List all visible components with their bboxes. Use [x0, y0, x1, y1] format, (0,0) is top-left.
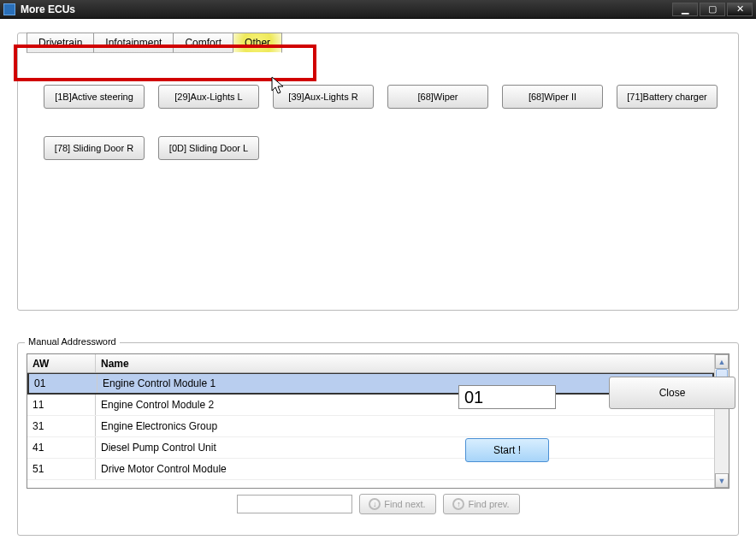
cell-aw: 31 [27, 416, 96, 436]
find-prev-button[interactable]: ↑ Find prev. [443, 494, 520, 514]
find-next-label: Find next. [384, 499, 425, 509]
minimize-button[interactable]: ▁ [672, 3, 698, 16]
tab-other[interactable]: Other [233, 33, 282, 53]
table-row[interactable]: 31 Engine Electronics Group [27, 416, 714, 437]
manual-addressword-group: Manual Addressword AW Name 01 Engine Con… [17, 342, 739, 536]
col-header-name[interactable]: Name [96, 358, 729, 370]
table-row[interactable]: 51 Drive Motor Control Module [27, 459, 714, 480]
app-window: More ECUs ▁ ▢ ✕ Drivetrain Infotainment … [0, 0, 756, 546]
ecu-aux-lights-r[interactable]: [39]Aux-Lights R [273, 85, 374, 109]
cell-name: Engine Electronics Group [96, 420, 714, 432]
content-area: Drivetrain Infotainment Comfort Other [1… [0, 19, 756, 546]
maximize-button[interactable]: ▢ [700, 3, 725, 16]
find-prev-label: Find prev. [468, 499, 509, 509]
start-button[interactable]: Start ! [465, 438, 549, 462]
tab-strip: Drivetrain Infotainment Comfort Other [27, 33, 281, 53]
tab-comfort[interactable]: Comfort [173, 33, 233, 53]
cell-name: Diesel Pump Control Unit [96, 442, 714, 454]
scroll-up-icon[interactable]: ▲ [715, 354, 729, 369]
ecu-sliding-door-l[interactable]: [0D] Sliding Door L [158, 136, 259, 160]
ecu-battery-charger[interactable]: [71]Battery charger [617, 85, 718, 109]
ecu-row-2: [78] Sliding Door R [0D] Sliding Door L [44, 136, 728, 160]
window-title: More ECUs [21, 3, 672, 15]
manual-legend: Manual Addressword [25, 336, 120, 347]
ecu-aux-lights-l[interactable]: [29]Aux-Lights L [158, 85, 259, 109]
lower-area: Manual Addressword AW Name 01 Engine Con… [17, 342, 739, 536]
table-row[interactable]: 41 Diesel Pump Control Unit [27, 437, 714, 459]
tab-infotainment[interactable]: Infotainment [93, 33, 174, 53]
close-button[interactable]: Close [609, 377, 735, 409]
close-window-button[interactable]: ✕ [727, 3, 753, 16]
find-input[interactable] [237, 495, 352, 513]
col-header-aw[interactable]: AW [27, 354, 96, 372]
arrow-down-icon: ↓ [369, 498, 381, 510]
cell-aw: 41 [27, 437, 96, 458]
find-bar: ↓ Find next. ↑ Find prev. [27, 494, 729, 514]
ecu-wiper[interactable]: [68]Wiper [387, 85, 488, 109]
titlebar: More ECUs ▁ ▢ ✕ [0, 0, 756, 19]
ecu-active-steering[interactable]: [1B]Active steering [44, 85, 145, 109]
cell-name: Drive Motor Control Module [96, 463, 714, 475]
ecu-sliding-door-r[interactable]: [78] Sliding Door R [44, 136, 145, 160]
table-header: AW Name [27, 354, 729, 373]
cell-aw: 01 [29, 374, 97, 393]
cell-aw: 11 [27, 395, 96, 415]
scroll-down-icon[interactable]: ▼ [715, 473, 729, 488]
ecu-wiper-ii[interactable]: [68]Wiper II [502, 85, 603, 109]
app-icon [3, 3, 15, 15]
vertical-scrollbar[interactable]: ▲ ▼ [714, 354, 729, 488]
window-controls: ▁ ▢ ✕ [672, 3, 753, 16]
address-table: AW Name 01 Engine Control Module 1 11 En… [27, 353, 729, 489]
ecu-row-1: [1B]Active steering [29]Aux-Lights L [39… [44, 85, 728, 109]
ecu-group: Drivetrain Infotainment Comfort Other [1… [17, 33, 739, 311]
arrow-up-icon: ↑ [452, 498, 464, 510]
find-next-button[interactable]: ↓ Find next. [359, 494, 436, 514]
tab-drivetrain[interactable]: Drivetrain [27, 33, 94, 53]
cell-aw: 51 [27, 459, 96, 479]
address-input[interactable] [458, 385, 556, 409]
